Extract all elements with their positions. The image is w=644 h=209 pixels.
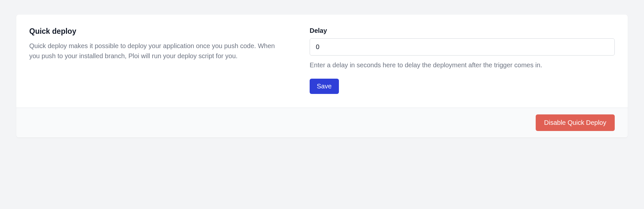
delay-help-text: Enter a delay in seconds here to delay t… [310,60,615,70]
delay-input[interactable] [310,38,615,56]
quick-deploy-card: Quick deploy Quick deploy makes it possi… [16,15,628,137]
card-footer: Disable Quick Deploy [16,108,628,137]
quick-deploy-info: Quick deploy Quick deploy makes it possi… [29,27,287,94]
quick-deploy-form: Delay Enter a delay in seconds here to d… [310,27,615,94]
quick-deploy-description: Quick deploy makes it possible to deploy… [29,41,287,61]
card-body: Quick deploy Quick deploy makes it possi… [16,15,628,108]
save-button[interactable]: Save [310,79,339,94]
delay-label: Delay [310,27,615,34]
disable-quick-deploy-button[interactable]: Disable Quick Deploy [536,114,615,131]
quick-deploy-title: Quick deploy [29,27,287,36]
